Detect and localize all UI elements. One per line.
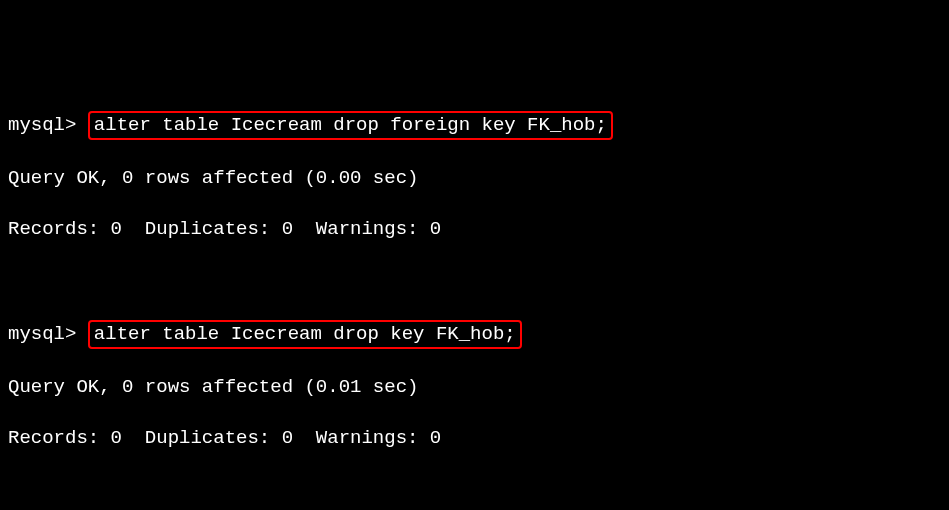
sql-command-1: alter table Icecream drop foreign key FK… xyxy=(88,111,613,141)
records-result-2: Records: 0 Duplicates: 0 Warnings: 0 xyxy=(8,426,941,452)
command-line-2: mysql> alter table Icecream drop key FK_… xyxy=(8,320,941,350)
query-result-2: Query OK, 0 rows affected (0.01 sec) xyxy=(8,375,941,401)
command-line-1: mysql> alter table Icecream drop foreign… xyxy=(8,111,941,141)
query-result-1: Query OK, 0 rows affected (0.00 sec) xyxy=(8,166,941,192)
blank-line-2 xyxy=(8,478,941,504)
blank-line-1 xyxy=(8,268,941,294)
sql-command-2: alter table Icecream drop key FK_hob; xyxy=(88,320,522,350)
records-result-1: Records: 0 Duplicates: 0 Warnings: 0 xyxy=(8,217,941,243)
mysql-prompt: mysql> xyxy=(8,114,76,136)
mysql-prompt: mysql> xyxy=(8,323,76,345)
